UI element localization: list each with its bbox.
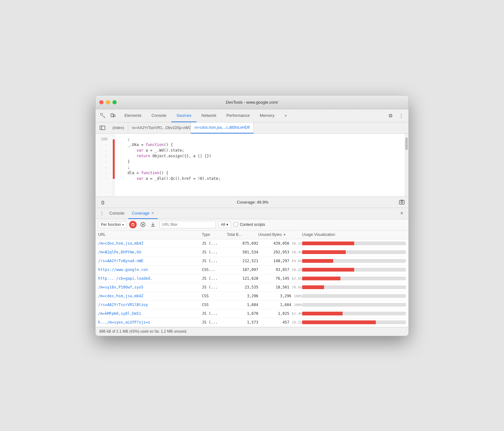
record-button[interactable] (129, 221, 137, 228)
table-row[interactable]: http... /cb=gapi.loaded. JS (... 121,628… (96, 274, 408, 283)
content-scripts-checkbox[interactable] (234, 222, 238, 227)
settings-icon[interactable]: ⚙ (386, 111, 395, 120)
code-line-8: var a = _dla().Qc().href = !0).state; (118, 176, 405, 181)
cell-total-bytes: 1,573 (227, 320, 258, 325)
table-row[interactable]: /rs=AA2YrTvBynad-nWE JS (... 212,521 148… (96, 257, 408, 266)
tab-more[interactable]: » (280, 109, 292, 122)
chevron-down-icon: ▾ (226, 222, 228, 227)
maximize-button[interactable] (113, 100, 117, 104)
code-line-1: ; (118, 136, 405, 142)
tab-network[interactable]: Network (197, 109, 222, 122)
line-number-180: 180 (96, 136, 110, 142)
sidebar-toggle-icon[interactable] (98, 123, 107, 132)
cell-total-bytes: 501,534 (227, 250, 258, 254)
tab-sources[interactable]: Sources (171, 109, 197, 122)
table-row[interactable]: h.../m=syev,aLUfP?xjs=s JS (... 1,573 45… (96, 318, 408, 327)
svg-point-7 (401, 201, 403, 203)
inspect-element-icon[interactable] (98, 111, 108, 120)
table-row[interactable]: /m=cdos,hsm,jsa,mb4Z CSS 3,296 3,296 100… (96, 292, 408, 301)
url-filter-input[interactable] (159, 221, 216, 228)
cell-type: JS (... (202, 259, 227, 263)
panel-close-icon[interactable]: × (398, 209, 406, 217)
minimize-button[interactable] (106, 100, 110, 104)
stop-button[interactable] (139, 221, 147, 228)
code-line-5: } (118, 159, 405, 164)
cell-type: JS (... (202, 276, 227, 281)
code-content: ; _.Uka = function() { var a = _.Wd().st… (115, 134, 408, 196)
cell-unused-bytes: 1,684 100% (258, 303, 302, 307)
table-row[interactable]: https://www.google.con CSS... 187,097 93… (96, 266, 408, 274)
status-text: 886 kB of 2.1 MB (43%) used so far, 1.2 … (99, 329, 187, 334)
svg-rect-4 (100, 126, 105, 130)
file-tab-index[interactable]: (index) (109, 122, 128, 133)
cell-unused-bytes: 1,025 61.4% (258, 311, 302, 316)
cell-unused-bytes: 18,501 78.6% (258, 285, 302, 289)
code-line-2: _.Uka = function() { (118, 142, 405, 148)
cell-usage-viz (302, 268, 406, 272)
line-number-dash-3: - (96, 153, 110, 159)
cell-total-bytes: 875,692 (227, 241, 258, 246)
tab-elements[interactable]: Elements (119, 109, 146, 122)
cell-type: JS (... (202, 320, 227, 325)
vertical-scrollbar[interactable] (405, 134, 408, 196)
scrollbar-thumb[interactable] (405, 138, 408, 150)
cell-total-bytes: 121,628 (227, 276, 258, 281)
cell-url: h.../m=syev,aLUfP?xjs=s (98, 320, 202, 325)
tab-memory[interactable]: Memory (255, 109, 280, 122)
table-row[interactable]: /rs=AA2YrTssrVR1lBtzoy CSS 1,684 1,684 1… (96, 301, 408, 309)
device-toolbar-icon[interactable] (108, 111, 118, 120)
devtools-window: DevTools - www.google.com/ Elements Cons… (95, 95, 409, 336)
table-body: /m=cdos,hsm,jsa,mb4Z JS (... 875,692 439… (96, 239, 408, 327)
main-tabs: Elements Console Sources Network Perform… (119, 109, 292, 122)
code-line-7: dla = function() { (118, 170, 405, 176)
cell-total-bytes: 212,521 (227, 259, 258, 263)
cell-usage-viz (302, 312, 406, 315)
chevron-down-icon: ▾ (122, 223, 124, 226)
panel-tab-console[interactable]: Console (106, 208, 128, 219)
screenshot-icon[interactable] (398, 198, 406, 206)
cell-unused-bytes: 76,145 62.6% (258, 276, 302, 281)
sort-arrow-icon: ▼ (283, 233, 286, 236)
panel-tab-close-icon[interactable]: × (151, 210, 154, 216)
more-options-icon[interactable]: ⋮ (396, 111, 406, 120)
line-number-dash-1: - (96, 142, 110, 148)
bottom-toolbar-left: {} (98, 198, 108, 206)
content-scripts-label[interactable]: Content scripts (234, 222, 265, 227)
svg-rect-3 (113, 115, 115, 117)
header-unused-bytes[interactable]: Unused Bytes ▼ (258, 232, 302, 237)
cell-total-bytes: 1,670 (227, 311, 258, 316)
status-bar: 886 kB of 2.1 MB (43%) used so far, 1.2 … (96, 327, 408, 336)
cell-usage-viz (302, 294, 406, 298)
cell-type: JS (... (202, 285, 227, 289)
cell-unused-bytes: 439,056 50.1% (258, 241, 302, 246)
table-row[interactable]: /m=B2qlPe,DhPYme,GU JS (... 501,534 292,… (96, 248, 408, 257)
cell-url: /rs=AA2YrTssrVR1lBtzoy (98, 303, 202, 307)
file-tab-3[interactable]: m=cdos,hsm,jsa,...c,dtl0hd,eHDfl × (191, 122, 254, 133)
table-row[interactable]: /m=kMFpHd,sy8l,bm51 JS (... 1,670 1,025 … (96, 309, 408, 318)
line-number-dash-7: - (96, 176, 110, 181)
code-editor: 180 - - - - - - - ; _.Uka = function() {… (96, 134, 408, 196)
code-line-4: return Object.assign({}, a || {}) (118, 153, 405, 159)
cell-url: /m=sy18x,P10Owf,syo5 (98, 285, 202, 289)
panel-menu-icon[interactable]: ⋮ (98, 210, 106, 217)
filter-dropdown[interactable]: All ▾ (218, 221, 231, 228)
file-tab-close-icon[interactable]: × (253, 125, 253, 130)
cell-usage-viz (302, 320, 406, 324)
panel-tab-coverage[interactable]: Coverage × (128, 208, 158, 219)
header-url: URL (98, 232, 202, 237)
tab-console[interactable]: Console (146, 109, 171, 122)
svg-rect-2 (111, 114, 113, 117)
file-tab-2[interactable]: rs=AA2YrTssrVR1...Obv1DSp-vWG36A (128, 122, 191, 133)
window-title: DevTools - www.google.com/ (226, 100, 278, 105)
table-row[interactable]: /m=sy18x,P10Owf,syo5 JS (... 23,535 18,5… (96, 283, 408, 292)
close-button[interactable] (99, 100, 103, 104)
download-icon[interactable] (149, 221, 157, 228)
format-button[interactable]: {} (98, 198, 108, 206)
panel-tabs: ⋮ Console Coverage × × (96, 208, 408, 219)
per-function-button[interactable]: Per function ▾ (98, 221, 127, 228)
cell-total-bytes: 23,535 (227, 285, 258, 289)
tab-performance[interactable]: Performance (221, 109, 255, 122)
line-number-dash-6: - (96, 170, 110, 176)
table-row[interactable]: /m=cdos,hsm,jsa,mb4Z JS (... 875,692 439… (96, 239, 408, 248)
cell-url: https://www.google.con (98, 267, 202, 272)
